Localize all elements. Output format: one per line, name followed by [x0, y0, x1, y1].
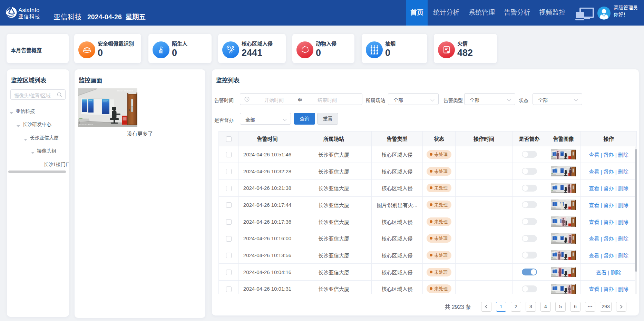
svg-text:AsiaInfo: AsiaInfo	[18, 7, 39, 13]
svg-text:2024-04-26 15:28:08: 2024-04-26 15:28:08	[117, 90, 133, 92]
svg-text:B1 PTZ Camera: B1 PTZ Camera	[79, 124, 94, 126]
svg-text:亚信科技: 亚信科技	[18, 14, 40, 19]
